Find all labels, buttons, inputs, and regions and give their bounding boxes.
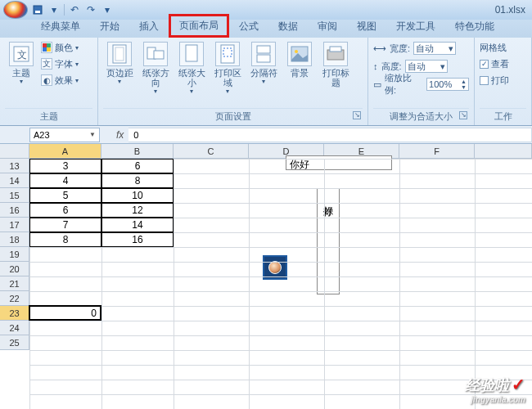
textbox-horizontal[interactable]: 你好 [286,155,392,170]
row-header[interactable]: 14 [0,173,29,188]
table-cell[interactable]: 5 [29,188,101,203]
qat-dropdown-icon[interactable]: ▾ [47,3,61,16]
breaks-button[interactable]: 分隔符▾ [247,40,280,85]
watermark-url: jingyanla.com [465,395,525,404]
theme-effects-button[interactable]: ◐效果▾ [41,73,79,88]
print-titles-label: 打印标题 [319,68,352,88]
table-cell[interactable]: 6 [101,159,174,173]
print-area-button[interactable]: 打印区域▾ [211,40,244,95]
view-checkbox[interactable]: ✓ [480,60,489,69]
group-scale-to-fit: ⟷宽度:自动▾ ↕高度:自动▾ ▭缩放比例:100%▲▼ 调整为合适大小↘ [368,38,475,125]
orientation-icon [143,42,168,66]
dialog-launcher-icon[interactable]: ↘ [459,111,467,119]
orientation-label: 纸张方向 [139,68,172,88]
redo-icon[interactable]: ↷ [84,3,97,16]
office-button-icon[interactable] [3,1,28,19]
tab-developer[interactable]: 开发工具 [386,16,445,38]
row-header[interactable]: 20 [0,262,29,276]
svg-text:文: 文 [17,49,27,61]
undo-icon[interactable]: ↶ [68,3,81,16]
textbox-vertical[interactable]: 你好 [317,188,340,294]
table-cell[interactable]: 7 [29,218,101,232]
tab-data[interactable]: 数据 [268,16,308,38]
row-header[interactable]: 17 [0,218,29,232]
height-select[interactable]: 自动▾ [405,60,448,73]
row-header[interactable]: 13 [0,159,29,173]
svg-rect-4 [43,43,47,47]
avatar-icon [268,261,282,274]
tab-review[interactable]: 审阅 [308,16,347,38]
background-icon [287,42,312,66]
tab-view[interactable]: 视图 [347,16,386,38]
window-title: 01.xlsx [495,4,532,16]
column-header[interactable]: C [174,144,249,159]
theme-colors-button[interactable]: 颜色▾ [41,40,79,55]
svg-rect-12 [186,45,197,61]
size-icon [179,42,204,66]
column-header[interactable]: A [29,144,101,159]
tab-formulas[interactable]: 公式 [229,16,268,38]
tab-insert[interactable]: 插入 [129,16,169,38]
row-header[interactable]: 18 [0,232,29,247]
row-header[interactable]: 16 [0,203,29,218]
scale-spinner[interactable]: 100%▲▼ [426,78,469,91]
name-box[interactable]: A23▼ [29,128,100,142]
row-header[interactable]: 24 [0,321,29,335]
svg-rect-15 [257,46,270,53]
table-cell[interactable]: 8 [29,232,101,247]
margins-button[interactable]: 页边距▾ [103,40,136,85]
active-cell[interactable]: 0 [29,305,101,321]
row-header[interactable]: 23 [0,306,29,321]
quick-access-toolbar: ▾ ↶ ↷ ▾ [31,3,114,16]
cell-grid[interactable]: 你好 你好 36485106127148160 [29,159,532,409]
table-cell[interactable]: 4 [29,173,101,188]
width-select[interactable]: 自动▾ [413,42,456,55]
themes-button[interactable]: 文 主题 ▾ [5,40,38,85]
row-header[interactable]: 19 [0,247,29,262]
orientation-button[interactable]: 纸张方向▾ [139,40,172,95]
row-header[interactable]: 22 [0,291,29,306]
background-label: 背景 [291,68,309,78]
fx-icon[interactable]: fx [116,129,124,141]
tab-special[interactable]: 特色功能 [445,16,504,38]
ruler-v-icon: ↕ [373,61,378,71]
select-all-corner[interactable] [0,144,29,159]
formula-input[interactable]: 0 [128,128,532,142]
chevron-down-icon: ▾ [20,78,23,85]
print-checkbox[interactable] [480,76,489,85]
height-label: 高度: [381,61,402,73]
tab-page-layout[interactable]: 页面布局 [169,14,229,38]
svg-rect-16 [257,55,270,62]
print-titles-button[interactable]: 打印标题 [319,40,352,88]
table-cell[interactable]: 10 [101,188,174,203]
table-cell[interactable]: 14 [101,218,174,232]
ribbon-tabs: 经典菜单 开始 插入 页面布局 公式 数据 审阅 视图 开发工具 特色功能 [0,20,532,38]
background-button[interactable]: 背景 [283,40,316,78]
row-header[interactable]: 25 [0,335,29,350]
table-cell[interactable]: 16 [101,232,174,247]
save-icon[interactable] [31,3,44,16]
table-cell[interactable]: 6 [29,203,101,218]
worksheet: ABCDEF 13141516171819202122232425 你好 你好 … [0,144,532,409]
theme-fonts-button[interactable]: 文字体▾ [41,56,79,71]
tab-classic-menu[interactable]: 经典菜单 [31,16,90,38]
size-button[interactable]: 纸张大小▾ [175,40,208,95]
dialog-launcher-icon[interactable]: ↘ [353,111,361,119]
chevron-down-icon: ▾ [154,88,157,95]
qat-more-icon[interactable]: ▾ [101,3,114,16]
effects-label: 效果 [55,74,73,87]
row-header[interactable]: 15 [0,188,29,203]
svg-rect-11 [154,51,164,59]
table-cell[interactable]: 8 [101,173,174,188]
breaks-icon [251,42,276,66]
column-header[interactable]: B [101,144,174,159]
scale-label: 缩放比例: [385,72,423,97]
ribbon: 文 主题 ▾ 颜色▾ 文字体▾ ◐效果▾ 主题 页边距▾ 纸张方向▾ 纸张大小▾… [0,38,532,126]
table-cell[interactable]: 3 [29,159,101,173]
table-cell[interactable]: 12 [101,203,174,218]
column-header[interactable]: F [399,144,475,159]
group-label-scale: 调整为合适大小↘ [373,108,469,125]
gridlines-header: 网格线 [480,42,507,54]
row-header[interactable]: 21 [0,276,29,291]
tab-home[interactable]: 开始 [90,16,129,38]
